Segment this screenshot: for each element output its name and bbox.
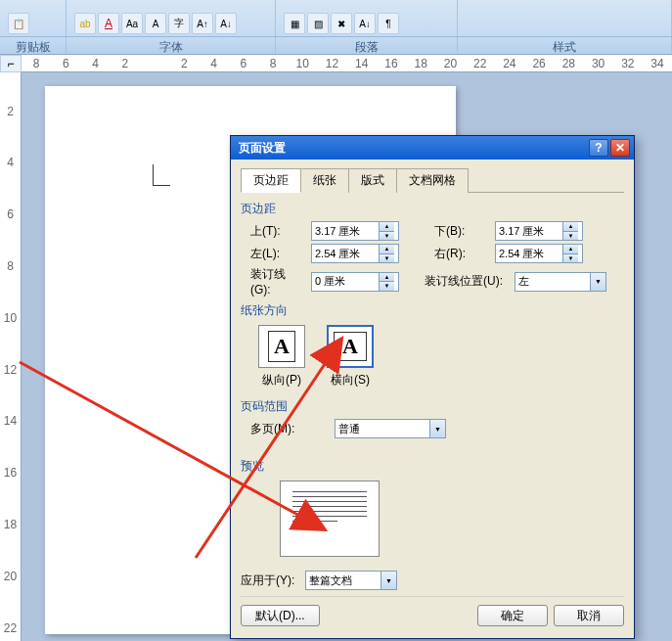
char-border-icon[interactable]: A [145, 13, 166, 34]
bottom-margin-input[interactable] [496, 222, 562, 240]
landscape-icon: A [334, 332, 367, 361]
gutter-input[interactable] [312, 273, 379, 291]
spin-down-icon[interactable]: ▼ [563, 232, 578, 241]
spin-up-icon[interactable]: ▲ [380, 245, 394, 254]
font-color-icon[interactable]: A [98, 13, 119, 34]
right-margin-spinner[interactable]: ▲▼ [495, 244, 583, 263]
spin-up-icon[interactable]: ▲ [563, 222, 578, 232]
right-margin-input[interactable] [496, 245, 562, 262]
left-margin-input[interactable] [312, 245, 379, 262]
cancel-button[interactable]: 取消 [554, 605, 624, 626]
spin-up-icon[interactable]: ▲ [563, 245, 578, 254]
shrink-font-icon[interactable]: A↓ [215, 13, 237, 34]
top-margin-label: 上(T): [241, 223, 305, 240]
gutter-spinner[interactable]: ▲▼ [311, 272, 399, 292]
gutter-pos-combo[interactable]: ▼ [515, 272, 606, 292]
left-margin-spinner[interactable]: ▲▼ [311, 244, 399, 263]
dropdown-icon[interactable]: ▼ [381, 572, 396, 589]
char-clear-icon[interactable]: ✖ [331, 13, 352, 34]
top-margin-input[interactable] [312, 222, 379, 240]
multipage-combo[interactable]: ▼ [335, 419, 446, 438]
close-button[interactable]: ✕ [610, 139, 630, 157]
spin-down-icon[interactable]: ▼ [380, 232, 394, 241]
font-size-icon[interactable]: Aa [121, 13, 143, 34]
grow-font-icon[interactable]: A↑ [192, 13, 213, 34]
circled-char-icon[interactable]: 字 [168, 13, 190, 34]
help-button[interactable]: ? [589, 139, 608, 157]
shading-icon[interactable]: ▨ [307, 13, 329, 34]
dialog-tabs: 页边距 纸张 版式 文档网格 [241, 167, 624, 193]
preview-thumbnail [280, 481, 380, 557]
bottom-margin-label: 下(B): [425, 223, 489, 240]
gutter-label: 装订线(G): [241, 266, 305, 297]
border-icon[interactable]: ▦ [284, 13, 305, 34]
applyto-label: 应用于(Y): [241, 572, 299, 589]
dropdown-icon[interactable]: ▼ [590, 273, 605, 291]
multipage-label: 多页(M): [250, 421, 303, 437]
vertical-ruler[interactable]: 246810121416182022 [0, 72, 22, 641]
dropdown-icon[interactable]: ▼ [429, 420, 445, 437]
default-button[interactable]: 默认(D)... [241, 605, 320, 626]
ok-button[interactable]: 确定 [477, 605, 548, 626]
spin-up-icon[interactable]: ▲ [380, 222, 394, 232]
gutter-pos-input[interactable] [515, 273, 590, 291]
paragraph-label: 段落 [276, 37, 458, 54]
tab-margins[interactable]: 页边距 [241, 168, 301, 193]
right-margin-label: 右(R): [425, 246, 489, 262]
ribbon-group-labels: 剪贴板 字体 段落 样式 [0, 37, 672, 55]
show-marks-icon[interactable]: ¶ [378, 13, 399, 34]
spin-down-icon[interactable]: ▼ [380, 282, 394, 291]
left-margin-label: 左(L): [241, 246, 305, 262]
text-cursor [153, 164, 170, 186]
multipage-input[interactable] [336, 420, 429, 437]
section-margins-title: 页边距 [241, 201, 624, 217]
section-preview-title: 预览 [241, 458, 624, 475]
tab-grid[interactable]: 文档网格 [396, 168, 469, 193]
font-label: 字体 [67, 37, 276, 54]
orientation-landscape[interactable]: A 横向(S) [327, 325, 374, 389]
ribbon-toolbar: 📋 ab A Aa A 字 A↑ A↓ ▦ ▨ ✖ A↓ ¶ [0, 0, 672, 37]
tab-paper[interactable]: 纸张 [300, 168, 349, 193]
bottom-margin-spinner[interactable]: ▲▼ [495, 221, 583, 241]
dialog-title: 页面设置 [235, 140, 587, 157]
landscape-label: 横向(S) [331, 372, 370, 389]
tab-layout[interactable]: 版式 [348, 168, 397, 193]
portrait-icon: A [268, 331, 295, 362]
section-orientation-title: 纸张方向 [241, 302, 624, 319]
orientation-portrait[interactable]: A 纵向(P) [258, 325, 305, 389]
applyto-combo[interactable]: ▼ [305, 571, 397, 590]
gutter-pos-label: 装订线位置(U): [425, 273, 509, 290]
portrait-label: 纵向(P) [262, 372, 301, 389]
applyto-input[interactable] [306, 572, 381, 589]
dialog-titlebar[interactable]: 页面设置 ? ✕ [231, 136, 634, 160]
styles-label: 样式 [458, 37, 672, 54]
top-margin-spinner[interactable]: ▲▼ [311, 221, 399, 241]
spin-up-icon[interactable]: ▲ [380, 273, 394, 283]
sort-icon[interactable]: A↓ [354, 13, 376, 34]
page-setup-dialog: 页面设置 ? ✕ 页边距 纸张 版式 文档网格 页边距 上(T): ▲▼ 下(B… [230, 135, 635, 639]
highlight-icon[interactable]: ab [74, 13, 96, 34]
section-pagerange-title: 页码范围 [241, 398, 624, 415]
paste-icon[interactable]: 📋 [8, 13, 29, 34]
spin-down-icon[interactable]: ▼ [380, 254, 394, 263]
ruler-corner-icon[interactable]: ⌐ [0, 55, 22, 72]
horizontal-ruler[interactable]: 8642246810121416182022242628303234 [22, 55, 672, 72]
clipboard-label: 剪贴板 [0, 37, 67, 54]
spin-down-icon[interactable]: ▼ [563, 254, 578, 263]
